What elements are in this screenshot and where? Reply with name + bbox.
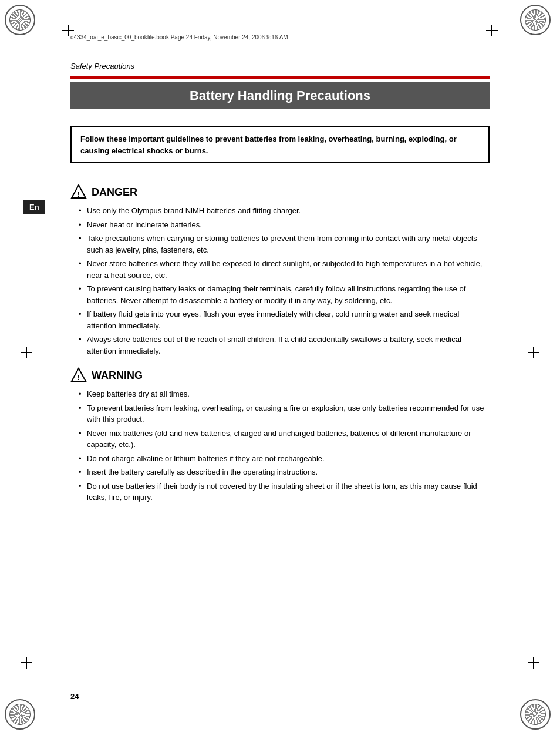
- list-item: If battery fluid gets into your eyes, fl…: [76, 308, 490, 331]
- corner-decoration-bl: [5, 699, 40, 734]
- cross-marker-mid-left: [21, 347, 32, 358]
- header-file-info: d4334_oai_e_basic_00_bookfile.book Page …: [70, 34, 490, 41]
- warning-triangle-icon: !: [70, 367, 87, 384]
- corner-decoration-tr: [520, 5, 555, 40]
- list-item: Always store batteries out of the reach …: [76, 334, 490, 357]
- content-area: ! DANGER Use only the Olympus brand NiMH…: [70, 173, 490, 508]
- list-item: Do not charge alkaline or lithium batter…: [76, 453, 490, 465]
- cross-marker-mid-right: [528, 347, 539, 358]
- page-number: 24: [70, 692, 79, 701]
- danger-triangle-icon: !: [70, 184, 87, 200]
- list-item: To prevent causing battery leaks or dama…: [76, 283, 490, 306]
- page-title: Battery Handling Precautions: [190, 88, 370, 103]
- section-label: Safety Precautions: [70, 62, 134, 70]
- warning-heading-row: ! WARNING: [70, 367, 490, 384]
- list-item: Never store batteries where they will be…: [76, 258, 490, 281]
- title-box: Battery Handling Precautions: [70, 82, 490, 109]
- warning-bullet-list: Keep batteries dry at all times. To prev…: [76, 388, 490, 503]
- list-item: Take precautions when carrying or storin…: [76, 233, 490, 256]
- list-item: To prevent batteries from leaking, overh…: [76, 402, 490, 425]
- svg-text:!: !: [77, 190, 80, 199]
- page-container: d4334_oai_e_basic_00_bookfile.book Page …: [0, 0, 560, 739]
- cross-marker-bot-right: [528, 657, 539, 669]
- danger-bullet-list: Use only the Olympus brand NiMH batterie…: [76, 205, 490, 357]
- list-item: Use only the Olympus brand NiMH batterie…: [76, 205, 490, 217]
- list-item: Never heat or incinerate batteries.: [76, 219, 490, 231]
- cross-marker-bot-left: [21, 657, 32, 669]
- warning-title: WARNING: [92, 370, 143, 382]
- list-item: Never mix batteries (old and new batteri…: [76, 428, 490, 451]
- en-language-badge: En: [23, 200, 45, 214]
- danger-title: DANGER: [92, 186, 137, 199]
- warning-intro-box: Follow these important guidelines to pre…: [70, 126, 490, 163]
- warning-intro-text: Follow these important guidelines to pre…: [80, 133, 480, 156]
- corner-decoration-tl: [5, 5, 40, 40]
- svg-text:!: !: [77, 373, 80, 382]
- corner-decoration-br: [520, 699, 555, 734]
- danger-heading-row: ! DANGER: [70, 184, 490, 200]
- list-item: Keep batteries dry at all times.: [76, 388, 490, 400]
- list-item: Insert the battery carefully as describe…: [76, 466, 490, 478]
- red-border: [70, 76, 490, 79]
- list-item: Do not use batteries if their body is no…: [76, 481, 490, 503]
